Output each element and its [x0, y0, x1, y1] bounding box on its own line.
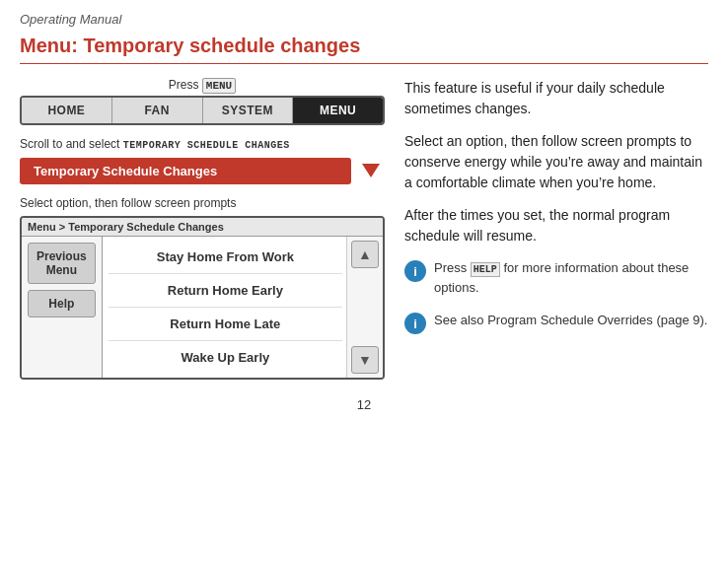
scroll-up-btn[interactable]: ▲	[351, 241, 379, 268]
help-btn[interactable]: Help	[28, 290, 96, 317]
info-text-2: See also Program Schedule Overrides (pag…	[434, 311, 707, 330]
scroll-arrows: ▲ ▼	[346, 237, 383, 378]
return-home-late-btn[interactable]: Return Home Late	[109, 308, 342, 341]
info-icon-1: i	[404, 260, 426, 282]
info-box-1: i Press HELP for more information about …	[404, 258, 708, 297]
press-menu-label: Press MENU	[20, 78, 385, 92]
wake-up-early-btn[interactable]: Wake Up Early	[109, 341, 342, 374]
scroll-down-btn[interactable]: ▼	[351, 346, 379, 374]
scroll-down-arrow	[357, 157, 385, 184]
svg-marker-0	[362, 164, 380, 177]
menu-breadcrumb: Menu > Temporary Schedule Changes	[22, 218, 383, 237]
scroll-key: TEMPORARY SCHEDULE CHANGES	[123, 140, 290, 151]
highlight-row: Temporary Schedule Changes	[20, 157, 385, 184]
return-home-early-btn[interactable]: Return Home Early	[109, 274, 342, 308]
scroll-text: Scroll to and select	[20, 137, 119, 151]
menu-nav-btn[interactable]: MENU	[293, 98, 383, 123]
right-column: This feature is useful if your daily sch…	[404, 78, 708, 380]
scroll-instruction: Scroll to and select TEMPORARY SCHEDULE …	[20, 137, 385, 151]
manual-label: Operating Manual	[20, 12, 708, 27]
select-label: Select option, then follow screen prompt…	[20, 196, 385, 210]
info-box-2: i See also Program Schedule Overrides (p…	[404, 311, 708, 334]
paragraph-3: After the times you set, the normal prog…	[404, 205, 708, 246]
system-nav-btn[interactable]: SYSTEM	[203, 98, 294, 123]
home-nav-btn[interactable]: HOME	[22, 98, 112, 123]
page-number: 12	[20, 397, 708, 412]
stay-home-btn[interactable]: Stay Home From Work	[109, 241, 342, 274]
thermostat-nav-bar: HOME FAN SYSTEM MENU	[20, 96, 385, 125]
menu-key-label: MENU	[202, 78, 236, 94]
info-icon-2: i	[404, 313, 426, 334]
left-column: Press MENU HOME FAN SYSTEM MENU Scroll t…	[20, 78, 385, 380]
page-title: Menu: Temporary schedule changes	[20, 35, 708, 64]
info-text-1: Press HELP for more information about th…	[434, 258, 708, 297]
paragraph-2: Select an option, then follow screen pro…	[404, 131, 708, 193]
temp-schedule-highlight-btn[interactable]: Temporary Schedule Changes	[20, 158, 351, 184]
paragraph-1: This feature is useful if your daily sch…	[404, 78, 708, 119]
press-text: Press	[169, 78, 199, 92]
previous-menu-btn[interactable]: PreviousMenu	[28, 243, 96, 284]
menu-body: PreviousMenu Help Stay Home From Work Re…	[22, 237, 383, 378]
menu-items-list: Stay Home From Work Return Home Early Re…	[103, 237, 346, 378]
menu-box: Menu > Temporary Schedule Changes Previo…	[20, 216, 385, 380]
fan-nav-btn[interactable]: FAN	[112, 98, 203, 123]
menu-sidebar: PreviousMenu Help	[22, 237, 103, 378]
